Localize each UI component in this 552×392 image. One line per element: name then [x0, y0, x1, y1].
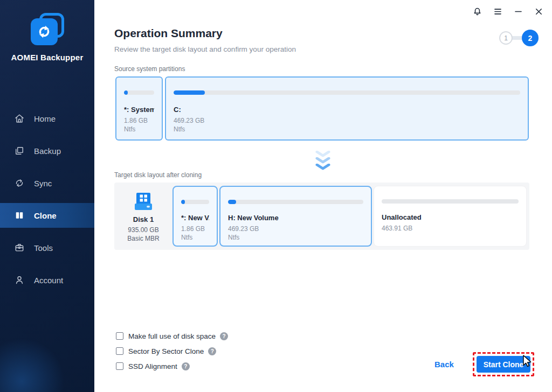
disk-size: 935.00 GB	[114, 226, 172, 234]
sidebar-item-label: Home	[34, 114, 56, 123]
help-icon[interactable]: ?	[182, 362, 190, 370]
partition-filesystem: Ntfs	[124, 125, 154, 133]
help-icon[interactable]: ?	[220, 332, 228, 340]
minimize-icon[interactable]	[509, 3, 527, 19]
app-logo: AOMEI Backupper	[0, 13, 94, 62]
option-label: Sector By Sector Clone	[128, 347, 204, 355]
target-section-label: Target disk layout after cloning	[114, 171, 202, 179]
disk-icon	[132, 205, 155, 214]
sidebar-item-sync[interactable]: Sync	[0, 171, 94, 195]
tools-icon	[14, 242, 25, 253]
checkbox[interactable]	[116, 332, 123, 340]
backup-icon	[14, 145, 25, 156]
partition-target-new-system[interactable]: *: New V... 1.86 GB Ntfs	[172, 186, 218, 247]
partition-name: *: System ...	[124, 106, 154, 114]
option-ssd-alignment[interactable]: SSD Alignment ?	[116, 361, 228, 372]
step-2-circle: 2	[522, 30, 539, 46]
target-disk-panel: Disk 1 935.00 GB Basic MBR *: New V... 1…	[114, 183, 529, 250]
hamburger-menu-icon[interactable]	[488, 3, 507, 19]
account-icon	[14, 275, 25, 285]
sidebar-item-account[interactable]: Account	[0, 268, 94, 292]
step-indicator: 1 2	[497, 29, 538, 47]
sidebar: AOMEI Backupper Home Backup Sync	[0, 0, 94, 392]
usage-bar	[181, 200, 209, 204]
back-button[interactable]: Back	[434, 360, 454, 369]
sync-icon	[14, 178, 25, 188]
usage-bar	[174, 90, 520, 95]
sidebar-item-clone[interactable]: Clone	[0, 203, 94, 228]
partition-filesystem: Ntfs	[181, 234, 209, 241]
page-title: Operation Summary	[114, 27, 223, 40]
option-sector-by-sector[interactable]: Sector By Sector Clone ?	[116, 346, 228, 356]
source-section-label: Source system partitions	[114, 65, 185, 73]
partition-filesystem: Ntfs	[174, 125, 520, 133]
partition-name: H: New Volume	[228, 214, 363, 222]
sidebar-item-backup[interactable]: Backup	[0, 138, 94, 163]
usage-bar-fill	[228, 200, 236, 204]
checkbox[interactable]	[116, 347, 123, 355]
partition-name: *: New V...	[181, 214, 209, 222]
partition-target-h-volume[interactable]: H: New Volume 469.23 GB Ntfs	[219, 186, 372, 247]
sidebar-item-home[interactable]: Home	[0, 106, 94, 131]
partition-name: Unallocated	[382, 213, 519, 221]
disk-info: Disk 1 935.00 GB Basic MBR	[114, 191, 172, 242]
partition-size: 463.91 GB	[382, 225, 519, 232]
sidebar-item-tools[interactable]: Tools	[0, 235, 94, 260]
option-make-full-use[interactable]: Make full use of disk space ?	[116, 331, 228, 341]
option-label: Make full use of disk space	[128, 332, 216, 340]
partition-size: 469.23 GB	[174, 117, 520, 124]
partition-size: 469.23 GB	[228, 225, 363, 233]
option-label: SSD Alignment	[128, 362, 177, 370]
partition-target-unallocated[interactable]: Unallocated 463.91 GB	[374, 186, 527, 247]
sidebar-menu: Home Backup Sync Clone	[0, 106, 94, 300]
app-window: AOMEI Backupper Home Backup Sync	[0, 0, 552, 392]
usage-bar-fill	[181, 200, 185, 204]
start-clone-button[interactable]: Start Clone	[477, 356, 530, 373]
disk-name: Disk 1	[114, 215, 172, 223]
help-icon[interactable]: ?	[208, 347, 216, 355]
usage-bar-fill	[174, 90, 205, 95]
sidebar-item-label: Tools	[34, 243, 53, 253]
clone-options: Make full use of disk space ? Sector By …	[116, 331, 228, 376]
chevron-down-icon	[315, 151, 330, 170]
usage-bar	[124, 90, 154, 95]
checkbox[interactable]	[116, 362, 123, 370]
window-controls	[466, 3, 548, 19]
app-name: AOMEI Backupper	[0, 53, 94, 62]
home-icon	[14, 113, 25, 124]
usage-bar-fill	[124, 90, 128, 95]
page-subtitle: Review the target disk layout and confir…	[114, 45, 296, 53]
partition-size: 1.86 GB	[181, 225, 209, 233]
source-partitions-row: *: System ... 1.86 GB Ntfs C: 469.23 GB …	[115, 76, 529, 141]
sync-logo-icon	[31, 18, 58, 45]
sidebar-item-label: Clone	[34, 211, 57, 220]
sidebar-item-label: Account	[34, 276, 63, 285]
partition-name: C:	[174, 106, 520, 114]
usage-bar	[382, 199, 519, 204]
clone-icon	[14, 210, 25, 221]
highlight-annotation: Start Clone	[473, 352, 534, 376]
partition-size: 1.86 GB	[124, 117, 154, 124]
close-icon[interactable]	[529, 3, 548, 19]
partition-source-system[interactable]: *: System ... 1.86 GB Ntfs	[115, 76, 163, 141]
disk-type: Basic MBR	[114, 235, 172, 242]
partition-filesystem: Ntfs	[228, 234, 363, 241]
notification-bell-icon[interactable]	[468, 3, 486, 19]
usage-bar	[228, 200, 363, 204]
partition-source-c[interactable]: C: 469.23 GB Ntfs	[165, 76, 529, 141]
sidebar-item-label: Backup	[34, 146, 61, 156]
sidebar-item-label: Sync	[34, 179, 52, 188]
logo-badge	[31, 13, 64, 45]
step-1-circle: 1	[499, 31, 513, 45]
